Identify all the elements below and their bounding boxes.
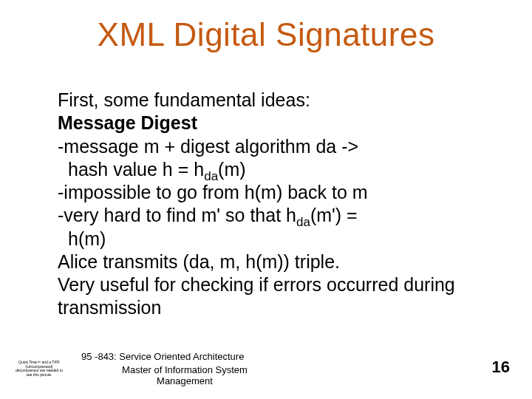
slide-title: XML Digital Signatures: [0, 16, 532, 53]
body-line3a-sub: da: [296, 215, 310, 229]
slide-body: First, some fundamental ideas: Message D…: [58, 89, 486, 320]
body-line4: Alice transmits (da, m, h(m)) triple.: [58, 250, 486, 273]
body-line1b-text: hash value h = h: [68, 159, 204, 180]
body-line5: Very useful for checking if errors occur…: [58, 273, 486, 320]
image-placeholder: Quick Time™ and a TIFF (Uncompressed) de…: [13, 361, 65, 377]
body-line3a-text: -very hard to find m' so that h: [58, 205, 296, 225]
body-heading: Message Digest: [58, 112, 486, 134]
body-line3a: -very hard to find m' so that hda(m') =: [58, 204, 486, 227]
body-line2: -impossible to go from h(m) back to m: [58, 181, 486, 204]
body-intro: First, some fundamental ideas:: [58, 89, 486, 112]
footer-subtitle: Master of Information System Management: [103, 364, 266, 387]
body-line3b: h(m): [58, 228, 486, 250]
footer-course: 95 -843: Service Oriented Architecture: [81, 351, 244, 362]
slide-footer: Quick Time™ and a TIFF (Uncompressed) de…: [0, 347, 532, 392]
body-line1a: -message m + digest algorithm da ->: [58, 135, 486, 158]
slide: XML Digital Signatures First, some funda…: [0, 0, 532, 399]
body-line1b-end: (m): [218, 159, 245, 180]
body-line3a-end: (m') =: [310, 205, 358, 225]
body-line1b: hash value h = hda(m): [58, 158, 486, 181]
page-number: 16: [492, 358, 510, 377]
